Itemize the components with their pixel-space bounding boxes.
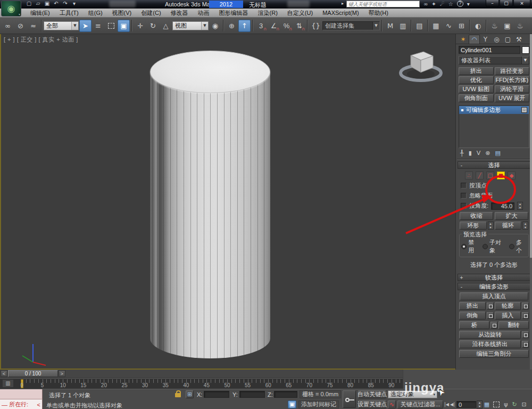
make-unique-icon[interactable]: V (477, 150, 481, 157)
add-time-tag[interactable]: 添加时间标记 (298, 400, 339, 408)
menu-graph-editors[interactable]: 图形编辑器 (214, 9, 253, 17)
select-object-button[interactable]: ➤ (79, 20, 92, 32)
named-selection-set-dropdown[interactable]: 创建选择集 ▼ (322, 21, 380, 30)
radio[interactable] (509, 244, 514, 249)
polygon-subobject-icon[interactable]: ■ (497, 171, 505, 179)
preview-multi-option[interactable]: 多个 (509, 239, 527, 255)
insert-vertex-button[interactable]: 插入顶点 (460, 292, 528, 300)
turbosmooth-button[interactable]: 涡轮平滑 (495, 85, 530, 93)
key-filters-button[interactable]: 关键点过滤器... (397, 400, 443, 408)
select-and-move-icon[interactable]: ✛ (134, 20, 146, 32)
align-icon[interactable]: ▥ (397, 20, 409, 32)
prev-frame-arrow[interactable]: < (1, 370, 7, 377)
unlink-selection-icon[interactable]: ⊘ (14, 20, 27, 32)
minimize-button[interactable]: – (486, 0, 499, 7)
extrude-settings-button[interactable] (487, 302, 494, 309)
pan-hand-icon[interactable]: ψ (502, 400, 510, 408)
tab-motion-icon[interactable]: ◎ (491, 35, 502, 44)
object-name-field[interactable]: Cylinder001 (459, 46, 520, 54)
grow-button[interactable]: 扩大 (495, 212, 528, 220)
loop-spinner[interactable]: ▴ ▾ (522, 222, 528, 230)
selection-region-icon[interactable] (105, 20, 117, 32)
select-and-scale-icon[interactable]: △ (160, 20, 172, 32)
bevel-button[interactable]: 倒角 (459, 312, 486, 320)
pin-stack-icon[interactable]: ╀ (460, 150, 464, 157)
cylinder-object-body[interactable] (150, 72, 270, 338)
by-angle-checkbox[interactable] (461, 203, 467, 209)
extrude-modifier-button[interactable]: 挤出 (459, 67, 494, 75)
graphite-modeling-icon[interactable]: ▦ (430, 20, 442, 32)
flip-button[interactable]: 翻转 (498, 321, 529, 329)
outline-button[interactable]: 轮廓 (495, 302, 521, 310)
border-subobject-icon[interactable]: □ (486, 171, 494, 179)
use-pivot-center-icon[interactable]: ◉ (209, 20, 221, 32)
spinner-snap-toggle[interactable]: ⇅ ∩ (293, 20, 305, 32)
inset-settings-button[interactable] (522, 312, 529, 319)
menu-modifiers[interactable]: 修改器 (166, 9, 193, 17)
visibility-toggle-icon[interactable]: ▫ (521, 107, 527, 113)
favorites-star-icon[interactable]: ☆ (448, 1, 453, 7)
viewport-label[interactable]: [ + ] [ 正交 ] [ 真实 + 边面 ] (4, 36, 78, 44)
scrollbar-thumb[interactable] (530, 34, 532, 258)
hinge-from-edge-button[interactable]: 从边旋转 (459, 331, 521, 339)
x-coordinate-field[interactable] (204, 391, 229, 398)
tab-utilities-icon[interactable]: ⚒ (513, 35, 525, 44)
absolute-mode-toggle[interactable]: ⊞ (186, 390, 194, 398)
spinner-down-icon[interactable]: ▾ (523, 226, 528, 230)
select-and-manipulate-icon[interactable]: ⊕ (226, 20, 238, 32)
radio[interactable] (483, 244, 488, 249)
viewcube[interactable] (396, 45, 446, 85)
menu-rendering[interactable]: 渲染(R) (253, 9, 282, 17)
named-selection-sets-icon[interactable]: {} (310, 20, 322, 32)
menu-edit[interactable]: 编辑(E) (26, 9, 55, 17)
spinner-down-icon[interactable]: ▾ (477, 405, 482, 408)
shrink-button[interactable]: 收缩 (460, 212, 493, 220)
maximize-viewport-toggle-icon[interactable]: ⊡ (520, 400, 528, 408)
maximize-button[interactable]: ▢ (500, 0, 513, 7)
tab-modify-icon[interactable]: ◠ (469, 35, 480, 44)
curve-editor-icon[interactable]: ∿ (443, 20, 455, 32)
time-slider-handle[interactable]: 0 / 100 (8, 370, 58, 377)
maxscript-listener-line[interactable]: — 所在行: < (0, 399, 43, 409)
z-coordinate-field[interactable] (274, 391, 297, 398)
edge-subobject-icon[interactable]: ╱ (476, 171, 484, 179)
cylinder-object-bottom[interactable] (150, 318, 270, 358)
bevel-settings-button[interactable] (487, 312, 494, 319)
show-end-result-icon[interactable]: ▮ (469, 150, 472, 157)
perspective-viewport[interactable]: [ + ] [ 正交 ] [ 真实 + 边面 ] (0, 34, 455, 370)
frame-spinner[interactable]: ▴ ▾ (477, 400, 483, 408)
next-frame-arrow[interactable]: > (59, 370, 65, 377)
help-dropdown-icon[interactable]: ▾ (467, 1, 470, 7)
loop-button[interactable]: 循环 (495, 222, 522, 230)
render-production-icon[interactable]: ♨ (514, 20, 526, 32)
track-bar-ruler[interactable]: ▥ 051015202530354045505560657075808590 (0, 378, 403, 389)
vertex-subobject-icon[interactable]: ∴ (465, 171, 473, 179)
radio-selected[interactable] (461, 244, 467, 249)
selection-filter-dropdown[interactable]: 全部 ▼ (44, 21, 79, 30)
render-setup-icon[interactable]: ♨ (488, 20, 501, 32)
search-input[interactable] (346, 1, 420, 7)
preview-disable-option[interactable]: 禁用 (461, 239, 479, 255)
remove-modifier-icon[interactable]: ⊗ (485, 150, 490, 157)
menu-create[interactable]: 创建(C) (136, 9, 165, 17)
object-color-swatch[interactable] (522, 46, 529, 54)
open-mini-curve-editor-icon[interactable]: ▥ (2, 379, 14, 388)
current-frame-field[interactable]: 0 (456, 401, 476, 408)
auto-key-button[interactable]: 自动关键点 (358, 390, 386, 398)
menu-maxscript[interactable]: MAXScript(M) (318, 10, 363, 16)
tab-hierarchy-icon[interactable]: Y (480, 35, 491, 44)
redo-icon[interactable]: ↷ (62, 1, 69, 6)
panel-scrollbar[interactable] (530, 34, 532, 370)
extrude-along-spline-button[interactable]: 沿样条线挤出 (459, 340, 521, 348)
mirror-icon[interactable]: M (384, 20, 396, 32)
rollout-selection-header[interactable]: - 选择 (458, 161, 530, 169)
maxscript-mini-listener[interactable] (0, 389, 43, 399)
spinner-down-icon[interactable]: ▾ (488, 226, 493, 230)
by-angle-value-field[interactable]: 45.0 (491, 202, 514, 210)
menu-tools[interactable]: 工具(T) (55, 9, 84, 17)
menu-animation[interactable]: 动画 (193, 9, 214, 17)
listener-caret[interactable]: < (37, 402, 40, 408)
optimize-button[interactable]: 优化 (459, 76, 494, 84)
edit-triangulation-button[interactable]: 编辑三角剖分 (459, 350, 529, 358)
app-logo-button[interactable]: ◉ ▾ (1, 1, 21, 17)
